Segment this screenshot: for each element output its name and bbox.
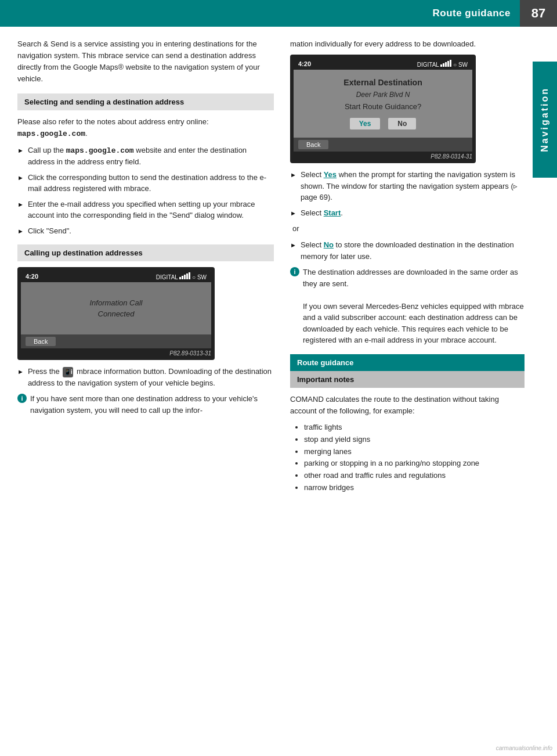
left-column: Search & Send is a service assisting you… (0, 27, 284, 756)
start-text: Start (324, 208, 341, 217)
section2-header: Calling up destination addresses (17, 244, 274, 261)
device-time: 4:20 (26, 273, 38, 280)
device-bottom-bar: Back (21, 334, 211, 348)
list-item: ► Click the corresponding button to send… (17, 172, 274, 195)
signal-bar (186, 273, 188, 279)
list-item: stop and yield signs (304, 434, 525, 446)
list-item: parking or stopping in a no parking/no s… (304, 458, 525, 470)
ext-dest-title: External Destination (343, 78, 422, 87)
right-arrow-list: ► Select Yes when the prompt for startin… (290, 169, 525, 218)
sidebar-nav: Navigation (533, 27, 557, 756)
back-btn-2[interactable]: Back (298, 140, 328, 149)
yes-btn[interactable]: Yes (350, 118, 381, 129)
content-row: Search & Send is a service assisting you… (0, 27, 557, 756)
maps-url-inline: maps.google.com (66, 146, 134, 155)
arrow-icon: ► (17, 146, 24, 156)
info-para-1: i If you have sent more than one destina… (17, 393, 274, 416)
no-arrow-list: ► Select No to store the downloaded dest… (290, 239, 525, 262)
arrow-icon: ► (290, 170, 296, 180)
press-arrow-list: ► Press the 📱i mbrace information button… (17, 366, 274, 388)
arrow-icon: ► (17, 173, 24, 183)
maps-url: maps.google.com (17, 129, 85, 138)
list-item: narrow bridges (304, 482, 525, 494)
list-item: ► Select Start. (290, 207, 525, 219)
list-item: ► Enter the e-mail address you specified… (17, 199, 274, 221)
no-text: No (324, 240, 334, 249)
info-para-2: i The destination addresses are download… (290, 267, 525, 346)
route-guidance-header: Route guidance (290, 354, 525, 371)
no-btn[interactable]: No (388, 118, 416, 129)
arrow-icon: ► (17, 200, 24, 210)
or-text: or (292, 223, 525, 235)
signal-bar (450, 60, 451, 67)
signal-bars-2 (440, 60, 451, 67)
device-code-2: P82.89-0314-31 (294, 153, 472, 160)
section1-header: Selecting and sending a destination addr… (17, 93, 274, 110)
list-item: ► Select No to store the downloaded dest… (290, 239, 525, 262)
important-notes-header: Important notes (290, 371, 525, 388)
nav-label-container: Navigation (533, 62, 557, 178)
signal-bar (445, 62, 447, 67)
device-screenshot-1: 4:20 DIGITAL ○ SW (17, 267, 215, 360)
yes-text: Yes (324, 170, 337, 179)
device2-top-bar: 4:20 DIGITAL ○ SW (294, 58, 472, 70)
device-code-1: P82.89-0313-31 (21, 350, 211, 357)
nav-sidebar-label: Navigation (535, 75, 555, 164)
signal-bar (443, 63, 444, 67)
device-top-bar: 4:20 DIGITAL ○ SW (21, 271, 211, 282)
ext-dest-btns: Yes No (350, 118, 417, 129)
list-item: merging lanes (304, 446, 525, 458)
arrow-icon: ► (290, 208, 296, 218)
device2-status: DIGITAL ○ SW (417, 60, 468, 68)
arrow-icon: ► (290, 240, 296, 250)
header-teal: Route guidance (0, 0, 520, 27)
list-item: ► Select Yes when the prompt for startin… (290, 169, 525, 203)
comand-text: COMAND calculates the route to the desti… (290, 394, 525, 417)
list-item: other road and traffic rules and regulat… (304, 470, 525, 482)
main-columns: Search & Send is a service assisting you… (0, 27, 557, 756)
empty-btn-2 (451, 140, 468, 149)
arrow-list: ► Call up the maps.google.com website an… (17, 145, 274, 237)
device-content-line1: Information Call (89, 298, 142, 307)
please-refer: Please also refer to the notes about add… (17, 116, 274, 140)
signal-bar (440, 64, 442, 67)
signal-bar (184, 275, 186, 279)
device-screen-1: 4:20 DIGITAL ○ SW (21, 271, 211, 348)
signal-bar (182, 276, 183, 279)
signal-bar (179, 277, 181, 279)
page-number: 87 (531, 6, 545, 21)
watermark: carmanualsonline.info (496, 745, 552, 751)
ext-dest-screen: External Destination Deer Park Blvd N St… (294, 70, 472, 138)
empty-btn (190, 337, 207, 346)
list-item: ► Call up the maps.google.com website an… (17, 145, 274, 168)
header-page-box: 87 (520, 0, 557, 27)
info-continued: mation individually for every address to… (290, 38, 525, 50)
header-title: Route guidance (432, 8, 511, 19)
device-status: DIGITAL ○ SW (156, 272, 207, 280)
list-item: traffic lights (304, 422, 525, 434)
signal-bars (179, 272, 190, 279)
device-content-area: Information Call Connected (21, 282, 211, 334)
device2-bottom-bar: Back (294, 138, 472, 152)
back-btn[interactable]: Back (26, 337, 56, 346)
device2-time: 4:20 (298, 60, 311, 67)
right-column: mation individually for every address to… (284, 27, 533, 756)
arrow-icon: ► (17, 226, 24, 236)
device-screenshot-2: 4:20 DIGITAL ○ SW (290, 55, 476, 163)
ext-dest-addr: Deer Park Blvd N (356, 91, 410, 99)
header-bar: Route guidance 87 (0, 0, 557, 27)
page-wrapper: Route guidance 87 Search & Send is a ser… (0, 0, 557, 756)
mbrace-icon: 📱i (63, 367, 73, 377)
signal-bar (447, 61, 449, 67)
intro-text: Search & Send is a service assisting you… (17, 38, 274, 85)
info-icon: i (17, 394, 27, 403)
device-content-line2: Connected (98, 309, 135, 318)
signal-bar (189, 272, 190, 279)
arrow-icon: ► (17, 367, 24, 377)
info-icon-2: i (290, 267, 299, 276)
list-item: ► Click "Send". (17, 225, 274, 237)
ext-dest-question: Start Route Guidance? (345, 102, 421, 111)
list-item: ► Press the 📱i mbrace information button… (17, 366, 274, 388)
bullet-list: traffic lights stop and yield signs merg… (304, 422, 525, 494)
